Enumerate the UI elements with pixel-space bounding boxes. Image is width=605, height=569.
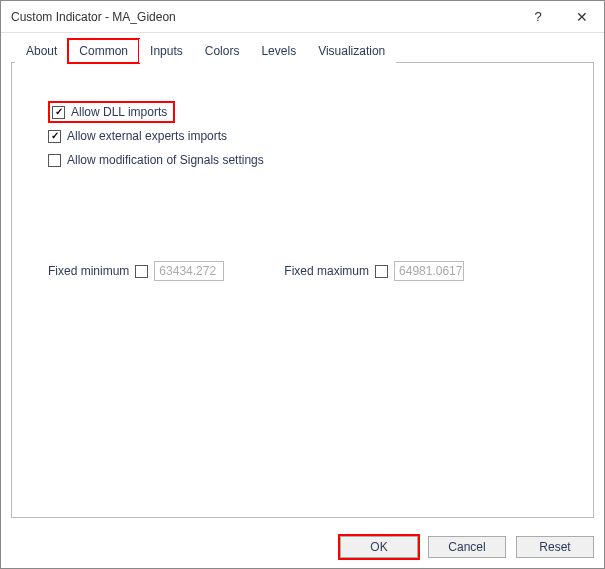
fixed-minimum-group: Fixed minimum 63434.272 [48, 261, 224, 281]
cancel-button[interactable]: Cancel [428, 536, 506, 558]
fixed-minimum-input[interactable]: 63434.272 [154, 261, 224, 281]
allow-signals-label: Allow modification of Signals settings [67, 153, 264, 167]
fixed-minimum-checkbox[interactable] [135, 265, 148, 278]
tab-visualization[interactable]: Visualization [307, 39, 396, 63]
reset-button[interactable]: Reset [516, 536, 594, 558]
allow-experts-checkbox[interactable] [48, 130, 61, 143]
fixed-maximum-label: Fixed maximum [284, 264, 369, 278]
allow-dll-label: Allow DLL imports [71, 105, 167, 119]
titlebar: Custom Indicator - MA_Gideon ? ✕ [1, 1, 604, 33]
window-title: Custom Indicator - MA_Gideon [11, 10, 516, 24]
tab-common[interactable]: Common [68, 39, 139, 63]
dialog-window: Custom Indicator - MA_Gideon ? ✕ About C… [0, 0, 605, 569]
fixed-maximum-input[interactable]: 64981.0617 [394, 261, 464, 281]
tab-levels[interactable]: Levels [250, 39, 307, 63]
fixed-maximum-group: Fixed maximum 64981.0617 [284, 261, 464, 281]
tab-about[interactable]: About [15, 39, 68, 63]
close-icon: ✕ [576, 9, 588, 25]
allow-experts-label: Allow external experts imports [67, 129, 227, 143]
tab-panel-common: Allow DLL imports Allow external experts… [11, 62, 594, 518]
tab-inputs[interactable]: Inputs [139, 39, 194, 63]
allow-dll-row[interactable]: Allow DLL imports [48, 101, 175, 123]
allow-signals-row[interactable]: Allow modification of Signals settings [48, 149, 557, 171]
content-area: About Common Inputs Colors Levels Visual… [1, 33, 604, 528]
close-button[interactable]: ✕ [560, 2, 604, 32]
fixed-row: Fixed minimum 63434.272 Fixed maximum 64… [48, 261, 557, 281]
allow-dll-checkbox[interactable] [52, 106, 65, 119]
button-bar: OK Cancel Reset [1, 528, 604, 568]
allow-signals-checkbox[interactable] [48, 154, 61, 167]
help-button[interactable]: ? [516, 2, 560, 32]
allow-experts-row[interactable]: Allow external experts imports [48, 125, 557, 147]
tab-colors[interactable]: Colors [194, 39, 251, 63]
ok-button[interactable]: OK [340, 536, 418, 558]
fixed-minimum-label: Fixed minimum [48, 264, 129, 278]
fixed-maximum-checkbox[interactable] [375, 265, 388, 278]
tab-strip: About Common Inputs Colors Levels Visual… [11, 39, 594, 63]
